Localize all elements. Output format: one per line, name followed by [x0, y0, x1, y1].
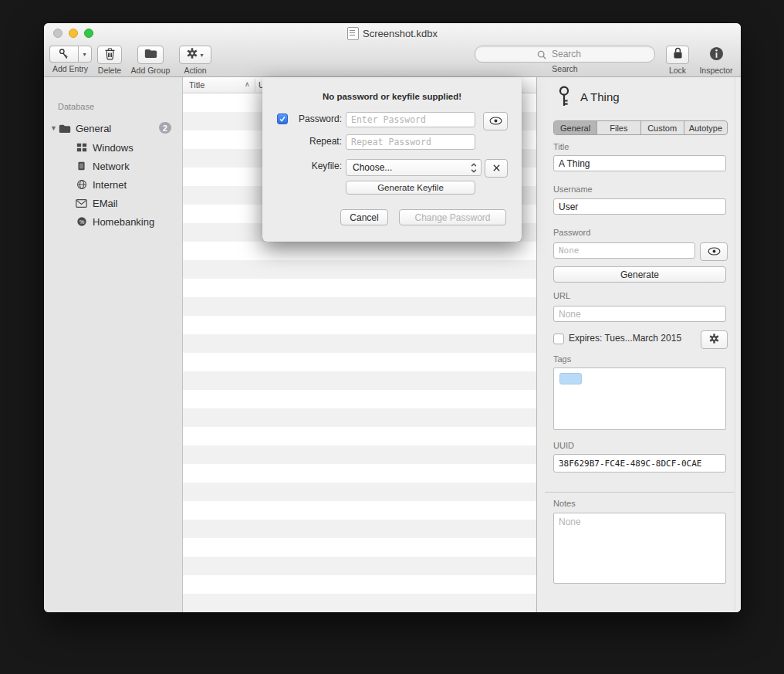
- keyfile-label: Keyfile:: [292, 161, 342, 171]
- action-button[interactable]: ▾: [179, 46, 211, 64]
- uuid-field[interactable]: [553, 454, 726, 472]
- add-group-button[interactable]: [137, 46, 164, 64]
- add-group-toolbar-item: Add Group: [127, 46, 174, 75]
- key-icon: [49, 46, 78, 63]
- tab-general[interactable]: General: [554, 121, 596, 134]
- info-icon: [709, 46, 724, 64]
- username-field[interactable]: [553, 198, 726, 215]
- internet-icon: [75, 178, 88, 191]
- search-label: Search: [552, 64, 577, 73]
- sidebar-item-general[interactable]: ▼ General 2: [44, 119, 182, 137]
- keyfile-dropdown[interactable]: Choose...: [346, 159, 482, 176]
- lock-label: Lock: [669, 66, 686, 75]
- sort-indicator-icon: ∧: [245, 80, 250, 88]
- search-input[interactable]: [480, 46, 653, 62]
- eye-icon: [708, 245, 721, 259]
- stepper-icon: [470, 161, 478, 177]
- generate-password-button[interactable]: Generate: [553, 266, 726, 283]
- lock-icon: [673, 47, 683, 63]
- add-entry-toolbar-item: ▾ Add Entry: [49, 46, 92, 73]
- inspector-toolbar-item: Inspector: [697, 46, 735, 75]
- content-area: Database ▼ General 2: [44, 77, 741, 612]
- search-toolbar-item: Search: [475, 46, 654, 73]
- inspector-scrollbar[interactable]: [735, 77, 741, 612]
- window-title-wrap: Screenshot.kdbx: [44, 23, 741, 43]
- lock-button[interactable]: [666, 46, 689, 64]
- column-header-title[interactable]: Title: [189, 80, 204, 90]
- notes-field[interactable]: [553, 513, 726, 584]
- tab-autotype[interactable]: Autotype: [684, 121, 727, 134]
- macpass-window: Screenshot.kdbx ▾ Add Entry: [44, 23, 741, 612]
- expires-settings-button[interactable]: [701, 330, 728, 349]
- add-entry-button[interactable]: ▾: [49, 46, 92, 63]
- document-icon: [347, 27, 359, 40]
- folder-icon: [144, 48, 157, 62]
- group-count-badge: 2: [159, 122, 171, 134]
- notes-label: Notes: [553, 499, 576, 508]
- windows-icon: [75, 141, 88, 154]
- repeat-label: Repeat:: [292, 136, 342, 147]
- inspector-label: Inspector: [699, 66, 732, 75]
- password-input[interactable]: [346, 112, 475, 127]
- disclosure-triangle-icon[interactable]: ▼: [50, 124, 58, 132]
- window-chrome: Screenshot.kdbx ▾ Add Entry: [44, 23, 741, 77]
- sidebar-item-label: General: [76, 123, 111, 134]
- sheet-message: No password or keyfile supplied!: [262, 92, 522, 101]
- chevron-down-icon: ▾: [200, 52, 203, 59]
- url-field[interactable]: [553, 306, 726, 322]
- chevron-down-icon[interactable]: ▾: [78, 46, 92, 63]
- tab-custom[interactable]: Custom: [640, 121, 684, 134]
- password-checkbox[interactable]: [277, 113, 288, 124]
- folder-icon: [58, 122, 71, 135]
- section-divider: [545, 492, 734, 493]
- tab-files[interactable]: Files: [596, 121, 640, 134]
- change-password-sheet: No password or keyfile supplied! Passwor…: [262, 77, 522, 242]
- expires-label: Expires: Tues...March 2015: [569, 333, 681, 344]
- sidebar: Database ▼ General 2: [44, 77, 183, 612]
- clear-icon: [492, 161, 501, 175]
- expires-checkbox[interactable]: [553, 334, 564, 344]
- reveal-password-button[interactable]: [483, 112, 508, 130]
- column-divider[interactable]: [255, 79, 255, 92]
- email-icon: [75, 197, 88, 210]
- gear-icon: [709, 333, 719, 347]
- reveal-password-button[interactable]: [700, 242, 728, 261]
- entry-title: A Thing: [580, 90, 620, 103]
- repeat-input[interactable]: [346, 134, 475, 150]
- tag-pill[interactable]: [559, 373, 582, 384]
- keyfile-selected-value: Choose...: [353, 162, 392, 173]
- password-label: Password:: [292, 113, 342, 124]
- username-field-label: Username: [553, 185, 593, 194]
- homebanking-icon: %: [75, 215, 88, 229]
- password-field[interactable]: [553, 242, 695, 259]
- inspector-button[interactable]: [709, 46, 724, 64]
- svg-text:%: %: [79, 219, 83, 225]
- delete-button[interactable]: [97, 46, 122, 64]
- change-password-button[interactable]: Change Password: [399, 209, 506, 225]
- generate-keyfile-button[interactable]: Generate Keyfile: [346, 181, 475, 195]
- tags-box[interactable]: [553, 367, 726, 430]
- sidebar-item-label: Internet: [93, 179, 127, 191]
- action-label: Action: [184, 66, 206, 75]
- clear-keyfile-button[interactable]: [485, 159, 508, 178]
- toolbar: ▾ Add Entry D: [44, 43, 741, 77]
- search-field[interactable]: [475, 46, 655, 63]
- network-icon: [75, 160, 88, 173]
- title-field[interactable]: [553, 155, 726, 171]
- titlebar[interactable]: Screenshot.kdbx: [44, 23, 741, 43]
- sidebar-item-label: EMail: [93, 198, 118, 209]
- inspector-panel: A Thing General Files Custom Autotype Ti…: [536, 77, 741, 612]
- delete-label: Delete: [98, 66, 121, 75]
- url-field-label: URL: [553, 291, 570, 300]
- title-field-label: Title: [553, 142, 569, 151]
- delete-toolbar-item: Delete: [96, 46, 123, 75]
- tags-label: Tags: [553, 354, 571, 364]
- sidebar-item-label: Homebanking: [93, 216, 154, 228]
- cancel-button[interactable]: Cancel: [340, 209, 388, 225]
- desktop-background: Screenshot.kdbx ▾ Add Entry: [0, 0, 784, 674]
- window-title: Screenshot.kdbx: [363, 28, 438, 39]
- lock-toolbar-item: Lock: [665, 46, 690, 75]
- sidebar-section-header: Database: [58, 102, 94, 111]
- gear-icon: [187, 48, 198, 62]
- password-field-label: Password: [553, 228, 590, 237]
